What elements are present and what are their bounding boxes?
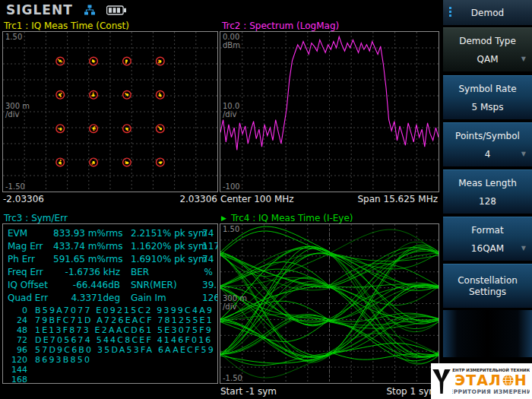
- menu-item-label: Demod Type: [448, 36, 527, 47]
- trc3-title: Trc3 : Sym/Err: [4, 213, 68, 223]
- symbol-row: 481E13F873 E2AACD61 5E3075F9: [8, 325, 211, 335]
- active-trace-marker-icon: ▶: [221, 215, 226, 222]
- chevron-down-icon: ▼: [521, 245, 526, 252]
- stat-row: Ph Err591.65 m%rms1.6910% pk sym74: [8, 253, 213, 266]
- trc2-scale-label: 10.0/div: [223, 102, 239, 119]
- top-bar: SIGLENT: [0, 0, 439, 20]
- symbol-error-window[interactable]: EVM833.93 m%rms2.2151% pk sym74Mag Err43…: [2, 223, 218, 384]
- trc4-title: Trc4 : IQ Meas Time (I-Eye): [231, 213, 353, 223]
- symbol-row: 9657D9C6B0 35DA53FA 6AAECF59: [8, 345, 211, 355]
- trc4-scale-label: 300 m/div: [223, 294, 247, 311]
- menu-item-meas-length[interactable]: Meas Length128: [443, 169, 532, 214]
- trc2-bottom-label: -100: [223, 182, 240, 191]
- menu-title: Demod: [471, 8, 504, 18]
- trc2-x-axis-labels: Center 100 MHz Span 15.625 MHz: [220, 194, 438, 204]
- constellation-window[interactable]: 1.50 300 m/div -1.50: [2, 31, 218, 192]
- stat-row: Quad Err4.3371degGain Im126.41 mdB: [8, 292, 213, 305]
- symbol-row: 72DE705674 544C8CEF 4146F016: [8, 335, 211, 345]
- menu-item-label: Symbol Rate: [448, 84, 527, 95]
- analyzer-screen: SIGLENT Trc1 : IQ Meas Time (Const) Trc2…: [0, 0, 532, 399]
- trc4-title-row: ▶ Trc4 : IQ Meas Time (I-Eye): [221, 213, 353, 223]
- span-label: Span 15.625 MHz: [358, 194, 439, 204]
- error-summary-table: EVM833.93 m%rms2.2151% pk sym74Mag Err43…: [8, 227, 213, 305]
- stat-row: IQ Offset-66.446dBSNR(MER)39.158dB: [8, 279, 213, 292]
- symbol-table: 0B59A7077 E09215C2 9399C4A92479BFC71D A7…: [8, 306, 211, 384]
- empty-softkey-slot: [443, 310, 532, 357]
- eye-stop-label: Stop 1 sym: [386, 386, 438, 397]
- symbol-row: 2479BFC71D A726EACF 781255E1: [8, 315, 211, 325]
- brand-logo: SIGLENT: [6, 2, 73, 17]
- menu-item-format[interactable]: Format16QAM▼: [443, 217, 532, 261]
- watermark-line3: ТЕРРИТОРИЯ ИЗМЕРЕНИЙ: [452, 388, 530, 395]
- menu-item-label: Constellation Settings: [448, 275, 527, 298]
- menu-item-value: 4: [485, 150, 491, 159]
- menu-handle-icon: [449, 7, 451, 17]
- chevron-down-icon: ▼: [521, 151, 526, 157]
- menu-item-label: Format: [448, 225, 527, 236]
- globe-icon: [502, 375, 514, 386]
- tuning-fork-icon: [432, 369, 451, 394]
- menu-item-label: Points/Symbol: [448, 131, 527, 142]
- stat-row: Mag Err433.74 m%rms1.1620% pk sym117: [8, 240, 213, 253]
- trc2-title: Trc2 : Spectrum (LogMag): [222, 21, 339, 31]
- trc1-ref-label: 1.50: [5, 33, 22, 41]
- menu-header[interactable]: Demod: [443, 0, 532, 25]
- menu-item-value: 128: [479, 197, 496, 206]
- menu-item-points-symbol[interactable]: Points/Symbol4▼: [443, 122, 532, 166]
- battery-icon: [106, 5, 127, 15]
- spectrum-window[interactable]: 0.00dBm 10.0/div -100: [220, 31, 439, 192]
- symbol-row: 144: [8, 365, 211, 375]
- trc2-ref-label: 0.00dBm: [223, 33, 240, 49]
- trc4-bottom-label: -1.50: [223, 374, 242, 382]
- chevron-down-icon: ▼: [521, 56, 526, 62]
- menu-item-value: 5 Msps: [472, 103, 504, 112]
- stat-row: EVM833.93 m%rms2.2151% pk sym74: [8, 227, 213, 240]
- trc1-bottom-label: -1.50: [5, 182, 25, 191]
- eye-start-label: Start -1 sym: [220, 386, 277, 397]
- symbol-row: 168: [8, 375, 211, 384]
- symbol-row: 0B59A7077 E09215C2 9399C4A9: [8, 306, 211, 315]
- stat-row: Freq Err-1.6736 kHzBER%: [8, 266, 213, 279]
- watermark-brand: ЭТАЛ Н: [454, 373, 527, 388]
- menu-item-value: QAM: [477, 55, 498, 64]
- menu-item-label: Meas Length: [448, 178, 527, 189]
- lan-icon: [84, 5, 96, 16]
- trc1-title: Trc1 : IQ Meas Time (Const): [4, 21, 129, 31]
- trc4-x-axis-labels: Start -1 sym Stop 1 sym: [220, 386, 438, 397]
- trc4-ref-label: 1.50: [223, 225, 239, 233]
- softkey-menu: Demod Demod TypeQAM▼Symbol Rate5 MspsPoi…: [443, 0, 532, 399]
- trc1-x-max: 2.03306: [179, 194, 217, 204]
- menu-item-demod-type[interactable]: Demod TypeQAM▼: [443, 27, 532, 71]
- trc1-x-min: -2.03306: [3, 194, 44, 204]
- center-frequency-label: Center 100 MHz: [220, 194, 294, 204]
- etalon-watermark: ЦЕНТР ИЗМЕРИТЕЛЬНОЙ ТЕХНИКИ ЭТАЛ Н ТЕРРИ…: [431, 363, 532, 399]
- trc1-scale-label: 300 m/div: [5, 102, 30, 119]
- symbol-row: 1208693B850: [8, 355, 211, 365]
- menu-item-constellation-settings[interactable]: Constellation Settings: [443, 264, 532, 308]
- eye-diagram-window[interactable]: 1.50 300 m/div -1.50: [220, 223, 439, 384]
- trc1-x-axis-labels: -2.03306 2.03306: [3, 194, 217, 204]
- menu-item-value: 16QAM: [471, 244, 504, 253]
- menu-item-symbol-rate[interactable]: Symbol Rate5 Msps: [443, 75, 532, 119]
